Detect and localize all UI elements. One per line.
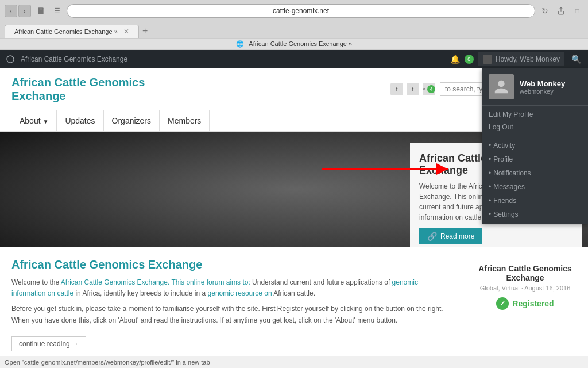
info-bar: 🌐 African Cattle Genomics Exchange » xyxy=(0,39,588,50)
wp-admin-right: 🔔 0 Howdy, Web Monkey 🔍 xyxy=(450,52,583,66)
new-tab-button[interactable]: + xyxy=(139,25,152,37)
fullscreen-icon[interactable]: □ xyxy=(571,5,583,17)
dropdown-links: Edit My Profile Log Out xyxy=(482,106,588,136)
social-icons: f t ⌖ 4 xyxy=(390,83,435,95)
dropdown-nav-friends[interactable]: Friends xyxy=(482,194,588,208)
user-dropdown-menu: Web Monkey webmonkey Edit My Profile Log… xyxy=(482,68,588,224)
tab-title: African Cattle Genomics Exchange » xyxy=(14,28,118,35)
nav-about[interactable]: About ▼ xyxy=(11,110,57,131)
settings-label: Settings xyxy=(493,210,518,218)
activity-label: Activity xyxy=(493,141,515,150)
registered-text: Registered xyxy=(512,299,554,308)
continue-reading-button[interactable]: continue reading → xyxy=(11,336,86,351)
check-icon: ✓ xyxy=(496,297,509,310)
info-bar-text: 🌐 African Cattle Genomics Exchange » xyxy=(236,40,352,48)
rss-count: 4 xyxy=(427,85,435,93)
rss-icon-symbol: ⌖ xyxy=(423,86,426,93)
wp-site-name[interactable]: African Cattle Genomics Exchange xyxy=(21,55,127,63)
forward-button[interactable]: › xyxy=(18,5,31,17)
howdy-text: Howdy, Web Monkey xyxy=(496,55,560,63)
reload-icon[interactable]: ↻ xyxy=(539,5,551,17)
wp-search-icon[interactable]: 🔍 xyxy=(569,55,583,64)
post-title: African Cattle Genomics Exchange xyxy=(11,258,450,271)
read-more-button[interactable]: 🔗 Read more xyxy=(419,228,482,244)
rss-icon[interactable]: ⌖ 4 xyxy=(423,83,435,95)
tab-bar: African Cattle Genomics Exchange » ✕ + xyxy=(5,25,152,38)
browser-chrome: ‹ › ☰ cattle-genomix.net ↻ □ African Cat… xyxy=(0,0,588,39)
tab-bar-wrapper: African Cattle Genomics Exchange » ✕ + xyxy=(0,22,588,38)
link-icon: 🔗 xyxy=(427,232,437,241)
dropdown-username: Web Monkey xyxy=(520,79,565,88)
howdy-menu[interactable]: Howdy, Web Monkey xyxy=(478,52,564,66)
nav-updates[interactable]: Updates xyxy=(57,110,103,131)
event-subtitle: Global, Virtual · August 16, 2016 xyxy=(474,285,577,292)
status-bar-text: Open "cattle-genomix.net/members/webmonk… xyxy=(5,359,210,366)
twitter-icon[interactable]: t xyxy=(407,83,419,95)
browser-icon: 🌐 xyxy=(236,40,244,47)
main-content: African Cattle Genomics Exchange Welcome… xyxy=(0,247,588,363)
dropdown-handle: webmonkey xyxy=(520,88,565,95)
dropdown-nav-settings[interactable]: Settings xyxy=(482,208,588,221)
status-bar: Open "cattle-genomix.net/members/webmonk… xyxy=(0,356,588,368)
forum-link[interactable]: This online forum aims to: xyxy=(171,278,250,286)
event-card: African Cattle Genomics Exchange Global,… xyxy=(474,258,577,316)
address-bar[interactable]: cattle-genomix.net xyxy=(67,4,535,18)
registered-badge: ✓ Registered xyxy=(474,297,577,310)
about-chevron-icon: ▼ xyxy=(42,118,48,125)
content-left: African Cattle Genomics Exchange Welcome… xyxy=(11,258,462,351)
dropdown-nav: Activity Profile Notifications Messages … xyxy=(482,136,588,224)
post-paragraph-2: Before you get stuck in, please take a m… xyxy=(11,304,450,325)
url-text: cattle-genomix.net xyxy=(273,7,329,15)
facebook-icon[interactable]: f xyxy=(390,83,403,95)
content-right: African Cattle Genomics Exchange Global,… xyxy=(462,258,577,351)
dropdown-nav-messages[interactable]: Messages xyxy=(482,180,588,194)
back-button[interactable]: ‹ xyxy=(5,5,17,17)
reader-icon[interactable]: ☰ xyxy=(51,5,63,17)
profile-label: Profile xyxy=(493,155,513,163)
tab-close-icon[interactable]: ✕ xyxy=(123,28,129,36)
messages-label: Messages xyxy=(493,183,525,191)
notification-bell-icon[interactable]: 🔔 xyxy=(450,55,460,64)
nav-organizers[interactable]: Organizers xyxy=(104,110,160,131)
dropdown-header: Web Monkey webmonkey xyxy=(482,68,588,106)
notification-count[interactable]: 0 xyxy=(465,55,474,64)
dropdown-nav-profile[interactable]: Profile xyxy=(482,152,588,166)
dropdown-user-info: Web Monkey webmonkey xyxy=(520,79,565,95)
site-title: African Cattle Genomics Exchange xyxy=(11,75,145,103)
bookmarks-icon[interactable] xyxy=(34,5,47,17)
notifications-label: Notifications xyxy=(493,169,531,177)
edit-profile-link[interactable]: Edit My Profile xyxy=(482,108,588,121)
event-title: African Cattle Genomics Exchange xyxy=(474,264,577,282)
resource-link[interactable]: genomic resource on xyxy=(208,289,272,297)
admin-avatar xyxy=(483,55,492,64)
post-paragraph-1: Welcome to the African Cattle Genomics E… xyxy=(11,277,450,299)
acge-link[interactable]: African Cattle Genomics Exchange. xyxy=(61,278,169,286)
share-icon[interactable] xyxy=(555,5,567,17)
dropdown-nav-notifications[interactable]: Notifications xyxy=(482,166,588,180)
browser-toolbar: ‹ › ☰ cattle-genomix.net ↻ □ xyxy=(0,0,588,22)
nav-members[interactable]: Members xyxy=(160,110,210,131)
wordpress-logo[interactable] xyxy=(5,53,16,65)
dropdown-nav-activity[interactable]: Activity xyxy=(482,139,588,152)
active-tab[interactable]: African Cattle Genomics Exchange » ✕ xyxy=(5,25,139,38)
friends-label: Friends xyxy=(493,197,516,205)
wp-admin-bar: African Cattle Genomics Exchange 🔔 0 How… xyxy=(0,50,588,68)
dropdown-avatar xyxy=(489,74,514,99)
nav-buttons: ‹ › xyxy=(5,5,31,17)
log-out-link[interactable]: Log Out xyxy=(482,121,588,133)
